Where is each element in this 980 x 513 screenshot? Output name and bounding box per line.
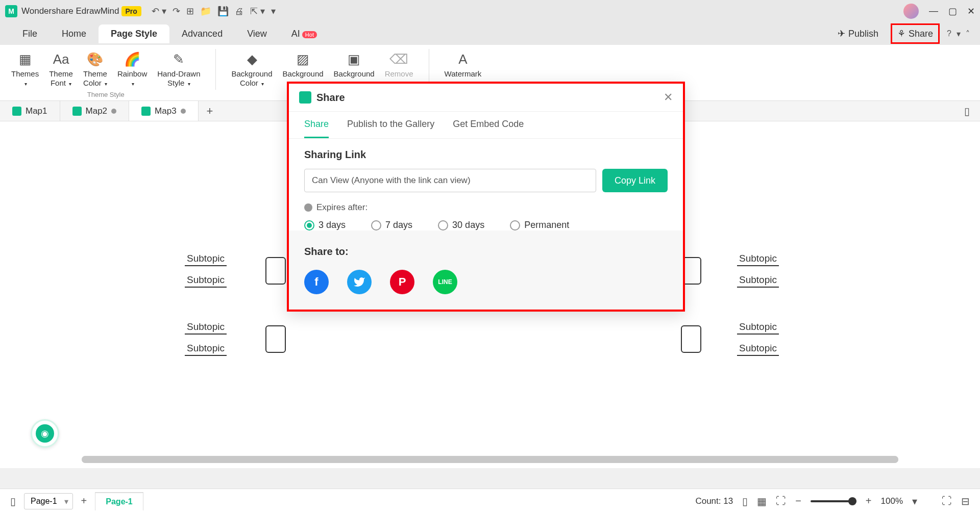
expires-3days-radio[interactable]: 3 days (304, 220, 346, 230)
fit-view-icon[interactable]: ⛶ (776, 495, 786, 507)
topic-node[interactable] (681, 325, 701, 353)
menubar: File Home Page Style Advanced View AIHot… (0, 22, 980, 45)
tab-icon (12, 107, 21, 116)
watermark-icon: A (458, 51, 467, 67)
tab-map1[interactable]: Map1 (0, 101, 60, 121)
share-button[interactable]: ⚘ Share (891, 23, 940, 44)
menu-page-style[interactable]: Page Style (99, 24, 169, 43)
tab-map3[interactable]: Map3 (129, 101, 199, 121)
more-icon[interactable]: ▾ (271, 6, 276, 17)
radio-icon (438, 220, 448, 230)
share-to-heading: Share to: (304, 246, 668, 258)
subtopic-node[interactable]: Subtopic (737, 342, 779, 356)
dialog-app-icon (299, 91, 311, 104)
undo-icon[interactable]: ↶ ▾ (152, 6, 166, 17)
bg-color-button[interactable]: ◆ Background Color ▾ (227, 49, 276, 90)
help-icon[interactable]: ? (947, 29, 951, 38)
page-tab-active[interactable]: Page-1 (95, 492, 143, 510)
menu-view[interactable]: View (235, 24, 279, 43)
maximize-icon[interactable]: ▢ (948, 6, 957, 17)
minimize-icon[interactable]: — (929, 6, 938, 17)
copy-link-button[interactable]: Copy Link (602, 169, 668, 192)
outline-view-icon[interactable]: ▯ (10, 495, 16, 507)
help-dropdown-icon[interactable]: ▾ (957, 29, 961, 39)
expires-permanent-radio[interactable]: Permanent (510, 220, 569, 230)
zoom-level: 100% (881, 496, 903, 506)
hand-drawn-icon: ✎ (173, 51, 184, 67)
zoom-slider[interactable] (811, 500, 856, 502)
ai-assistant-button[interactable]: ◉ (31, 419, 59, 448)
view-mode-1-icon[interactable]: ▯ (742, 495, 748, 507)
panel-toggle-icon[interactable]: ▯ (954, 105, 980, 117)
pro-badge: Pro (121, 6, 141, 16)
themes-icon: ▦ (19, 51, 32, 67)
rainbow-icon: 🌈 (124, 51, 140, 67)
dialog-close-button[interactable]: ✕ (664, 91, 673, 104)
tab-map2[interactable]: Map2 (60, 101, 130, 121)
twitter-icon[interactable] (347, 270, 372, 294)
radio-icon (371, 220, 381, 230)
new-icon[interactable]: ⊞ (186, 6, 194, 17)
theme-color-button[interactable]: 🎨 Theme Color ▾ (79, 49, 111, 90)
menu-file[interactable]: File (10, 24, 50, 43)
unsaved-indicator-icon (111, 109, 116, 114)
export-icon[interactable]: ⇱ ▾ (250, 6, 265, 17)
dialog-tab-publish[interactable]: Publish to the Gallery (347, 112, 434, 138)
add-tab-button[interactable]: + (199, 105, 222, 118)
topic-node[interactable] (265, 325, 286, 353)
menu-home[interactable]: Home (50, 24, 99, 43)
scrollbar-thumb[interactable] (82, 456, 898, 463)
pinterest-icon[interactable]: P (390, 270, 414, 294)
add-page-button[interactable]: + (81, 495, 87, 507)
subtopic-node[interactable]: Subtopic (185, 252, 227, 266)
dialog-tab-share[interactable]: Share (304, 112, 329, 138)
subtopic-node[interactable]: Subtopic (185, 320, 227, 335)
theme-font-button[interactable]: Aa Theme Font ▾ (45, 49, 77, 90)
menu-advanced[interactable]: Advanced (169, 24, 235, 43)
line-icon[interactable]: LINE (433, 270, 457, 294)
rainbow-button[interactable]: 🌈 Rainbow▾ (113, 49, 151, 90)
share-icon: ⚘ (897, 28, 905, 39)
share-dialog: Share ✕ Share Publish to the Gallery Get… (287, 82, 685, 312)
close-icon[interactable]: ✕ (967, 6, 975, 17)
menu-ai[interactable]: AIHot (279, 24, 329, 43)
dialog-tab-embed[interactable]: Get Embed Code (453, 112, 524, 138)
themes-button[interactable]: ▦ Themes▾ (7, 49, 43, 90)
ai-assistant-icon: ◉ (36, 424, 54, 443)
expires-30days-radio[interactable]: 30 days (438, 220, 484, 230)
app-title: Wondershare EdrawMind (21, 6, 119, 16)
save-icon[interactable]: 💾 (217, 6, 229, 17)
redo-icon[interactable]: ↷ (173, 6, 180, 17)
app-icon: M (5, 5, 17, 17)
open-icon[interactable]: 📁 (200, 6, 211, 17)
facebook-icon[interactable]: f (304, 270, 329, 294)
zoom-in-button[interactable]: + (866, 495, 872, 507)
subtopic-node[interactable]: Subtopic (737, 320, 779, 335)
hand-drawn-button[interactable]: ✎ Hand-Drawn Style ▾ (153, 49, 204, 90)
sharing-link-heading: Sharing Link (304, 149, 668, 161)
bg-color-icon: ◆ (247, 51, 257, 67)
collapse-ribbon-icon[interactable]: ˄ (966, 29, 970, 39)
expires-7days-radio[interactable]: 7 days (371, 220, 412, 230)
user-avatar[interactable] (903, 4, 919, 19)
publish-icon: ✈ (838, 28, 845, 39)
subtopic-node[interactable]: Subtopic (737, 273, 779, 288)
zoom-out-button[interactable]: − (795, 495, 801, 507)
radio-icon (510, 220, 520, 230)
fullscreen-icon[interactable]: ⛶ (942, 495, 952, 507)
background-icon-2: ▣ (348, 51, 360, 67)
publish-button[interactable]: ✈ Publish (832, 25, 884, 42)
zoom-dropdown-icon[interactable]: ▾ (912, 495, 917, 507)
subtopic-node[interactable]: Subtopic (185, 273, 227, 288)
collapse-icon[interactable]: ⊟ (961, 495, 970, 507)
topic-node[interactable] (265, 257, 286, 285)
view-mode-2-icon[interactable]: ▦ (757, 495, 767, 507)
share-link-input[interactable] (304, 169, 596, 192)
watermark-button[interactable]: A Watermark (440, 49, 486, 81)
subtopic-node[interactable]: Subtopic (737, 252, 779, 266)
horizontal-scrollbar[interactable] (82, 456, 898, 463)
page-select[interactable]: Page-1 (24, 493, 73, 509)
print-icon[interactable]: 🖨 (235, 6, 244, 17)
subtopic-node[interactable]: Subtopic (185, 342, 227, 356)
hot-badge: Hot (302, 31, 317, 38)
